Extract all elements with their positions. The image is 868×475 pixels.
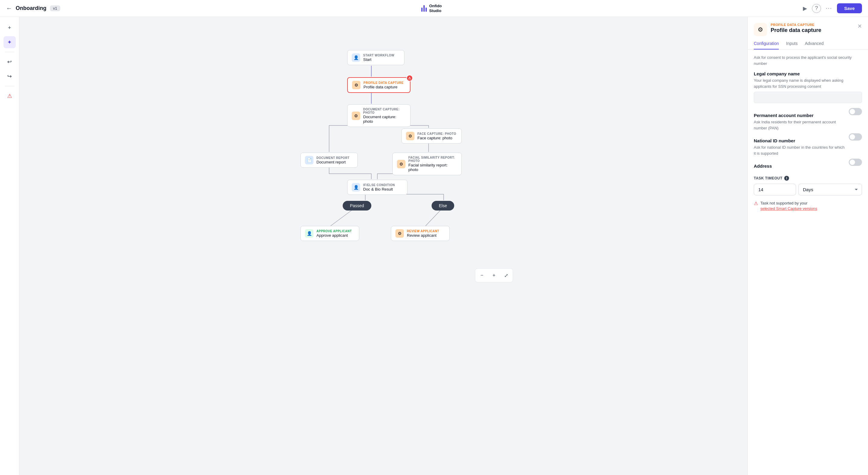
header-right: ▶ ? ··· Save [803,3,862,13]
panel-close-button[interactable]: ✕ [858,23,862,30]
doc-report-icon: 📄 [305,156,313,165]
main-content: + ✦ ↩ ↪ ⚠ [0,17,868,475]
canvas-controls: − + ⤢ [475,268,513,282]
zoom-out-button[interactable]: − [476,270,487,281]
version-badge: v1 [50,5,60,11]
more-button[interactable]: ··· [826,5,832,11]
legal-company-input[interactable] [754,92,862,103]
header: ← Onboarding v1 Onfido Studio ▶ ? ··· Sa… [0,0,868,17]
error-text: Task not supported by your [761,201,807,205]
tab-configuration[interactable]: Configuration [754,41,779,50]
condition-node[interactable]: 👤 IF/ELSE CONDITION Doc & Bio Result [347,180,407,195]
pan-toggle[interactable] [849,108,862,115]
timeout-unit-select[interactable]: Days Hours Weeks [798,184,862,196]
legal-company-title: Legal company name [754,71,862,76]
panel-header-text: PROFILE DATA CAPTURE Profile data captur… [771,23,854,33]
canvas-inner: 👤 START WORKFLOW Start ⚙ PROFILE DATA CA… [248,17,519,288]
save-button[interactable]: Save [837,3,862,13]
address-text: Address [754,159,845,170]
facial-report-icon: ⚙ [397,160,405,168]
tab-advanced[interactable]: Advanced [805,41,824,50]
canvas[interactable]: 👤 START WORKFLOW Start ⚙ PROFILE DATA CA… [19,17,747,475]
header-left: ← Onboarding v1 [6,5,60,12]
logo-text: Onfido Studio [429,4,442,13]
national-id-toggle-slider [849,133,862,141]
error-link[interactable]: selected Smart Capture versions [761,206,817,211]
pan-row: Permanent account number Ask India resid… [754,108,862,131]
undo-button[interactable]: ↩ [4,56,16,68]
info-icon: i [784,176,789,181]
tab-inputs[interactable]: Inputs [786,41,798,50]
play-button[interactable]: ▶ [803,5,807,12]
panel-icon: ⚙ [754,23,767,36]
logo-bar-3 [426,7,427,12]
panel-content: Ask for consent to process the applicant… [748,50,868,475]
logo-icon [421,5,427,12]
condition-text: IF/ELSE CONDITION Doc & Bio Result [363,183,395,191]
national-id-row: National ID number Ask for national ID n… [754,133,862,156]
pan-text: Permanent account number Ask India resid… [754,108,845,131]
address-toggle[interactable] [849,159,862,166]
add-tool-button[interactable]: + [4,22,16,34]
task-timeout-label: TASK TIMEOUT i [754,176,862,181]
magic-tool-button[interactable]: ✦ [4,36,16,48]
address-toggle-slider [849,159,862,166]
passed-pill[interactable]: Passed [343,201,371,210]
face-capture-icon: ⚙ [406,132,414,140]
zoom-in-button[interactable]: + [489,270,499,281]
face-capture-text: FACE CAPTURE: PHOTO Face capture: photo [417,132,456,140]
facial-report-text: FACIAL SIMILARITY REPORT: PHOTO Facial s… [408,156,457,172]
logo-bar-2 [424,5,425,12]
review-text: REVIEW APPLICANT Review applicant [407,230,439,238]
panel-title: Profile data capture [771,27,854,33]
approve-text: APPROVE APPLICANT Approve applicant [316,230,352,238]
review-icon: ⚙ [396,229,404,238]
pan-title: Permanent account number [754,113,845,118]
error-triangle-icon: ⚠ [754,201,758,206]
legal-company-desc: Your legal company name is displayed whe… [754,78,862,89]
timeout-row: Days Hours Weeks [754,184,862,196]
profile-node-text: PROFILE DATA CAPTURE Profile data captur… [364,81,404,89]
toolbar-divider-2 [5,86,14,86]
review-node[interactable]: ⚙ REVIEW APPLICANT Review applicant [391,226,450,241]
national-id-text: National ID number Ask for national ID n… [754,133,845,156]
address-row: Address [754,159,862,170]
page-title: Onboarding [16,5,46,11]
profile-node-icon: ⚙ [352,81,361,89]
fit-button[interactable]: ⤢ [501,270,512,281]
doc-report-node[interactable]: 📄 DOCUMENT REPORT Document report [301,153,358,168]
address-title: Address [754,164,845,169]
timeout-value-input[interactable] [754,184,796,196]
error-text-block: Task not supported by your selected Smar… [761,200,817,211]
back-button[interactable]: ← [6,5,12,12]
doc-capture-text: DOCUMENT CAPTURE: PHOTO Document capture… [363,108,406,124]
doc-capture-icon: ⚙ [352,112,360,120]
national-id-toggle[interactable] [849,133,862,141]
pan-toggle-slider [849,108,862,115]
error-message: ⚠ Task not supported by your selected Sm… [754,200,862,216]
logo-bar-1 [421,7,423,12]
panel-category: PROFILE DATA CAPTURE [771,23,854,27]
start-node[interactable]: 👤 START WORKFLOW Start [347,50,404,65]
ssn-description: Ask for consent to process the applicant… [754,55,862,66]
task-timeout-section: TASK TIMEOUT i Days Hours Weeks [754,176,862,196]
national-id-desc: Ask for national ID number in the countr… [754,145,845,156]
toolbar: + ✦ ↩ ↪ ⚠ [0,17,19,475]
pan-desc: Ask India residents for their permanent … [754,119,845,131]
panel-tabs: Configuration Inputs Advanced [748,36,868,50]
face-capture-node[interactable]: ⚙ FACE CAPTURE: PHOTO Face capture: phot… [401,128,462,144]
doc-capture-node[interactable]: ⚙ DOCUMENT CAPTURE: PHOTO Document captu… [347,105,410,127]
profile-capture-node[interactable]: ⚙ PROFILE DATA CAPTURE Profile data capt… [347,77,410,93]
redo-button[interactable]: ↪ [4,70,16,82]
approve-icon: 👤 [305,229,313,238]
help-button[interactable]: ? [812,4,821,13]
doc-report-text: DOCUMENT REPORT Document report [316,156,350,165]
national-id-title: National ID number [754,138,845,143]
alert-button[interactable]: ⚠ [4,90,16,102]
facial-report-node[interactable]: ⚙ FACIAL SIMILARITY REPORT: PHOTO Facial… [393,153,462,175]
approve-node[interactable]: 👤 APPROVE APPLICANT Approve applicant [301,226,359,241]
start-node-text: START WORKFLOW Start [363,54,394,62]
else-pill[interactable]: Else [432,201,454,210]
toolbar-divider [5,52,14,52]
condition-icon: 👤 [352,183,360,191]
